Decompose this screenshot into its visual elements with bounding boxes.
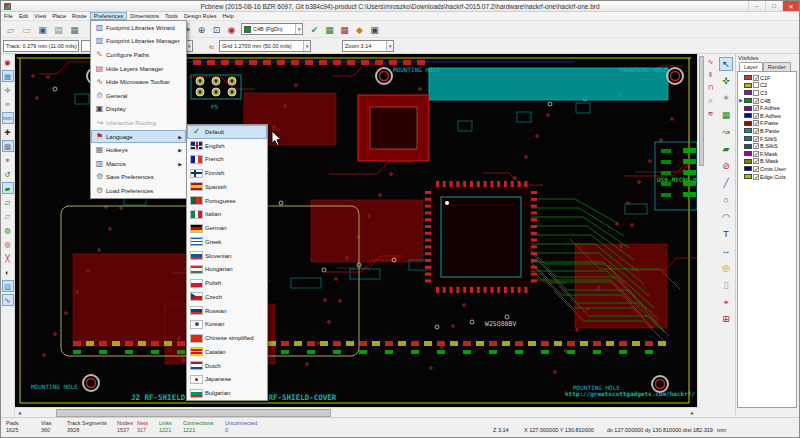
menu-item-configure-paths[interactable]: ✎Configure Paths: [91, 48, 186, 62]
layer-row-f-paste[interactable]: ✓F.Paste: [738, 120, 796, 128]
drc-check-button[interactable]: ◉: [224, 22, 239, 37]
language-item-chinese-simplified[interactable]: Chinese simplified: [187, 331, 267, 345]
route-track-tool-button[interactable]: ↝: [719, 125, 733, 139]
language-item-english[interactable]: English: [187, 139, 267, 153]
menubar-item-design-rules[interactable]: Design Rules: [181, 12, 220, 20]
menubar-item-dimensions[interactable]: Dimensions: [127, 12, 162, 20]
footprint-mode-button[interactable]: ◆: [352, 22, 367, 37]
layer-visibility-checkbox[interactable]: ✓: [753, 98, 759, 104]
layer-color-swatch[interactable]: [744, 106, 752, 111]
layer-row-f-silks[interactable]: ✓F.SilkS: [738, 135, 796, 143]
grid-combo[interactable]: Grid 1.2700 mm (50.00 mils)▾: [219, 40, 311, 52]
ratsnest-general-button[interactable]: ▩: [2, 140, 14, 152]
layer-visibility-checkbox[interactable]: ✓: [753, 143, 759, 149]
auto-delete-track-button[interactable]: ↺: [2, 168, 14, 180]
layer-row-b-silks[interactable]: ✓B.SilkS: [738, 142, 796, 150]
menubar-item-help[interactable]: Help: [220, 12, 237, 20]
layer-visibility-checkbox[interactable]: ✓: [753, 158, 759, 164]
tracks-sketch-button[interactable]: ╳: [2, 252, 14, 264]
horizontal-scroll-thumb[interactable]: [56, 409, 331, 417]
layer-selector-combo[interactable]: C4B (PgDn)▾: [241, 23, 303, 35]
layer-color-swatch[interactable]: [744, 83, 752, 88]
diff-pair-dimension-button[interactable]: ≈: [204, 39, 219, 54]
highlight-net-tool-button[interactable]: ✜: [719, 74, 733, 88]
scroll-left-arrow[interactable]: ◄: [15, 408, 24, 417]
layer-visibility-checkbox[interactable]: ✓: [753, 105, 759, 111]
cursor-shape-button[interactable]: ✚: [2, 126, 14, 138]
zones-no-fill-button[interactable]: ▱: [2, 210, 14, 222]
layer-color-swatch[interactable]: [744, 151, 752, 156]
layer-row-edge-cuts[interactable]: ✓Edge.Cuts: [738, 173, 796, 181]
layer-color-swatch[interactable]: [744, 113, 752, 118]
vertical-scrollbar[interactable]: [697, 54, 704, 407]
microwave-toolbar-toggle-button[interactable]: ∿: [2, 294, 14, 306]
layer-row-f-adhes[interactable]: ✓F.Adhes: [738, 104, 796, 112]
zoom-in-button[interactable]: ⊕: [194, 22, 209, 37]
menu-item-save-preferences[interactable]: ⚙Save Preferences: [91, 171, 186, 185]
layer-color-swatch[interactable]: [744, 166, 752, 171]
menu-item-language[interactable]: ⚑Language▶: [91, 130, 186, 144]
layer-row-c3[interactable]: C3: [738, 89, 796, 97]
menubar-item-edit[interactable]: Edit: [16, 12, 31, 20]
menubar-item-place[interactable]: Place: [49, 12, 69, 20]
layer-color-swatch[interactable]: [744, 128, 752, 133]
layer-row-c1f[interactable]: ✓C1F: [738, 74, 796, 82]
language-item-greek[interactable]: Greek: [187, 235, 267, 249]
layers-manager-toggle-button[interactable]: ▥: [2, 280, 14, 292]
add-keepout-tool-button[interactable]: ⊘: [719, 159, 733, 173]
new-board-button[interactable]: ▱: [3, 22, 18, 37]
layer-color-swatch[interactable]: [744, 136, 752, 141]
layer-row-b-adhes[interactable]: ✓B.Adhes: [738, 112, 796, 120]
zoom-fit-button[interactable]: ⊡: [209, 22, 224, 37]
layer-row-b-paste[interactable]: ✓B.Paste: [738, 127, 796, 135]
select-tool-button[interactable]: ↖: [719, 57, 733, 71]
local-ratsnest-tool-button[interactable]: ✶: [719, 91, 733, 105]
tab-render[interactable]: Render: [763, 62, 791, 71]
drc-toggle-button[interactable]: ◉: [2, 56, 14, 68]
add-zone-tool-button[interactable]: ▰: [719, 142, 733, 156]
layer-color-swatch[interactable]: [744, 75, 752, 80]
language-item-spanish[interactable]: Spanish: [187, 180, 267, 194]
minimize-button[interactable]: –: [748, 1, 765, 11]
language-item-slovenian[interactable]: Slovenian: [187, 249, 267, 263]
horizontal-scrollbar[interactable]: ◄ ►: [15, 407, 697, 417]
layer-visibility-checkbox[interactable]: ✓: [753, 113, 759, 119]
mw-functional-shape-button[interactable]: ≋: [705, 108, 716, 119]
menu-item-load-preferences[interactable]: ⚙Load Preferences: [91, 184, 186, 198]
layer-visibility-checkbox[interactable]: ✓: [753, 128, 759, 134]
zoom-combo[interactable]: Zoom 3.14▾: [342, 40, 394, 52]
language-item-portuguese[interactable]: Portuguese: [187, 194, 267, 208]
language-item-russian[interactable]: Russian: [187, 304, 267, 318]
print-board-button[interactable]: ▦: [67, 22, 82, 37]
add-target-tool-button[interactable]: ◎: [719, 261, 733, 275]
add-line-tool-button[interactable]: ╱: [719, 176, 733, 190]
menu-item-display[interactable]: ▣Display: [91, 103, 186, 117]
layer-color-swatch[interactable]: [744, 98, 752, 103]
layer-row-c2[interactable]: C2: [738, 82, 796, 90]
menu-item-general[interactable]: ⚙General: [91, 89, 186, 103]
delete-tool-button[interactable]: ▯: [719, 278, 733, 292]
language-item-dutch[interactable]: Dutch: [187, 359, 267, 373]
language-item-japanese[interactable]: Japanese: [187, 373, 267, 387]
polar-coords-button[interactable]: ✛: [2, 84, 14, 96]
language-item-bulgarian[interactable]: Bulgarian: [187, 386, 267, 400]
pads-sketch-button[interactable]: ◍: [2, 224, 14, 236]
layer-visibility-checkbox[interactable]: ✓: [753, 75, 759, 81]
title-bar[interactable]: Pcbnew (2015-08-16 BZR 6097, Git b384c94…: [1, 1, 799, 12]
scroll-right-arrow[interactable]: ►: [688, 408, 697, 417]
menu-item-interactive-routing[interactable]: ↝Interactive Routing: [91, 116, 186, 130]
mw-self-inductor-button[interactable]: ∿: [705, 56, 716, 67]
language-item-hungarian[interactable]: Hungarian: [187, 263, 267, 277]
language-item-italian[interactable]: Italian: [187, 208, 267, 222]
grid-origin-tool-button[interactable]: ⊞: [719, 312, 733, 326]
high-contrast-button[interactable]: ◐: [2, 266, 14, 278]
menu-item-footprint-libraries-wizard[interactable]: ▧Footprint Libraries Wizard: [91, 21, 186, 35]
menu-item-hotkeys[interactable]: ▦Hotkeys▶: [91, 143, 186, 157]
add-arc-tool-button[interactable]: ◠: [719, 210, 733, 224]
ratsnest-grid-1-button[interactable]: ▦: [322, 22, 337, 37]
add-text-tool-button[interactable]: T: [719, 227, 733, 241]
mw-stub-arc-button[interactable]: ∩: [705, 95, 716, 106]
add-circle-tool-button[interactable]: ○: [719, 193, 733, 207]
layer-visibility-checkbox[interactable]: ✓: [753, 136, 759, 142]
language-item-german[interactable]: German: [187, 221, 267, 235]
